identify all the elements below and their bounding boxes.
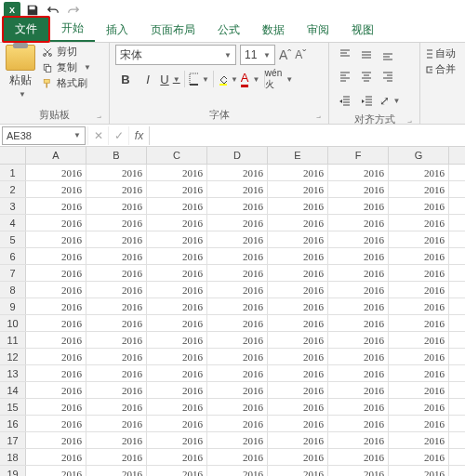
spreadsheet-grid[interactable]: ABCDEFG 12016201620162016201620162016220…: [0, 147, 465, 476]
tab-home[interactable]: 开始: [50, 17, 95, 42]
cell[interactable]: 2016: [86, 198, 147, 214]
cell[interactable]: 2016: [86, 449, 147, 465]
col-header[interactable]: E: [268, 147, 328, 164]
tab-view[interactable]: 视图: [340, 19, 385, 42]
cell[interactable]: 2016: [328, 298, 389, 314]
cell[interactable]: 2016: [328, 265, 389, 281]
row-header[interactable]: 6: [0, 248, 26, 264]
cell[interactable]: 2016: [328, 215, 389, 231]
cell[interactable]: 2016: [26, 282, 86, 298]
increase-indent-icon[interactable]: [357, 90, 378, 111]
row-header[interactable]: 5: [0, 231, 26, 247]
row-header[interactable]: 4: [0, 215, 26, 231]
cell[interactable]: 2016: [207, 382, 268, 398]
cell[interactable]: 2016: [268, 349, 328, 364]
cell[interactable]: 2016: [86, 165, 147, 180]
col-header[interactable]: B: [86, 147, 147, 164]
cell[interactable]: 2016: [26, 416, 86, 431]
cell[interactable]: 2016: [389, 215, 449, 231]
cell[interactable]: 2016: [86, 466, 147, 476]
cell[interactable]: 2016: [268, 365, 328, 381]
cell[interactable]: 2016: [328, 416, 389, 431]
row-header[interactable]: 19: [0, 466, 26, 476]
cell[interactable]: 2016: [389, 365, 449, 381]
decrease-font-icon[interactable]: Aˇ: [295, 48, 306, 61]
cell[interactable]: 2016: [147, 215, 207, 231]
align-bottom-icon[interactable]: [378, 45, 398, 65]
cell[interactable]: 2016: [26, 181, 86, 197]
cell[interactable]: 2016: [147, 332, 207, 348]
paste-icon[interactable]: [6, 45, 35, 71]
align-right-icon[interactable]: [378, 66, 398, 86]
cell[interactable]: 2016: [268, 165, 328, 180]
cell[interactable]: 2016: [147, 298, 207, 314]
cell[interactable]: 2016: [86, 432, 147, 448]
cell[interactable]: 2016: [328, 466, 389, 476]
cell[interactable]: 2016: [147, 198, 207, 214]
cell[interactable]: 2016: [389, 198, 449, 214]
cell[interactable]: 2016: [268, 298, 328, 314]
cell[interactable]: 2016: [147, 449, 207, 465]
underline-button[interactable]: U▼: [160, 69, 180, 89]
cell[interactable]: 2016: [147, 165, 207, 180]
cell[interactable]: 2016: [389, 231, 449, 247]
cell[interactable]: 2016: [147, 432, 207, 448]
tab-file[interactable]: 文件: [2, 16, 50, 43]
cell[interactable]: 2016: [147, 181, 207, 197]
cell[interactable]: 2016: [389, 282, 449, 298]
cell[interactable]: 2016: [268, 215, 328, 231]
align-center-icon[interactable]: [356, 66, 377, 86]
cell[interactable]: 2016: [86, 399, 147, 415]
cell[interactable]: 2016: [268, 416, 328, 431]
cell[interactable]: 2016: [86, 282, 147, 298]
cell[interactable]: 2016: [26, 365, 86, 381]
cell[interactable]: 2016: [389, 165, 449, 180]
cell[interactable]: 2016: [147, 416, 207, 431]
cell[interactable]: 2016: [389, 315, 449, 331]
align-left-icon[interactable]: [335, 66, 355, 86]
col-header[interactable]: A: [26, 147, 86, 164]
tab-data[interactable]: 数据: [251, 19, 296, 42]
cell[interactable]: 2016: [147, 315, 207, 331]
cell[interactable]: 2016: [328, 282, 389, 298]
cell[interactable]: 2016: [26, 165, 86, 180]
chevron-down-icon[interactable]: ▼: [19, 90, 26, 99]
cell[interactable]: 2016: [328, 315, 389, 331]
cell[interactable]: 2016: [268, 432, 328, 448]
cell[interactable]: 2016: [328, 382, 389, 398]
formula-input[interactable]: [149, 126, 465, 145]
font-color-button[interactable]: A▼: [240, 69, 260, 89]
row-header[interactable]: 12: [0, 349, 26, 364]
cell[interactable]: 2016: [268, 282, 328, 298]
cell[interactable]: 2016: [86, 332, 147, 348]
cell[interactable]: 2016: [389, 248, 449, 264]
cell[interactable]: 2016: [268, 231, 328, 247]
cell[interactable]: 2016: [207, 466, 268, 476]
cell[interactable]: 2016: [389, 265, 449, 281]
cell[interactable]: 2016: [328, 432, 389, 448]
cell[interactable]: 2016: [328, 365, 389, 381]
col-header[interactable]: D: [207, 147, 268, 164]
cell[interactable]: 2016: [26, 248, 86, 264]
font-name-select[interactable]: 宋体▼: [115, 45, 236, 65]
cell[interactable]: 2016: [147, 382, 207, 398]
cell[interactable]: 2016: [207, 432, 268, 448]
row-header[interactable]: 16: [0, 416, 26, 431]
cell[interactable]: 2016: [268, 181, 328, 197]
cell[interactable]: 2016: [86, 365, 147, 381]
row-header[interactable]: 14: [0, 382, 26, 398]
cell[interactable]: 2016: [147, 365, 207, 381]
cell[interactable]: 2016: [328, 181, 389, 197]
cell[interactable]: 2016: [26, 382, 86, 398]
cell[interactable]: 2016: [26, 198, 86, 214]
tab-review[interactable]: 审阅: [296, 19, 340, 42]
cell[interactable]: 2016: [328, 165, 389, 180]
col-header[interactable]: C: [147, 147, 207, 164]
cell[interactable]: 2016: [328, 399, 389, 415]
cell[interactable]: 2016: [26, 432, 86, 448]
row-header[interactable]: 11: [0, 332, 26, 348]
row-header[interactable]: 8: [0, 282, 26, 298]
cell[interactable]: 2016: [328, 449, 389, 465]
cell[interactable]: 2016: [147, 231, 207, 247]
tab-formulas[interactable]: 公式: [206, 19, 251, 42]
